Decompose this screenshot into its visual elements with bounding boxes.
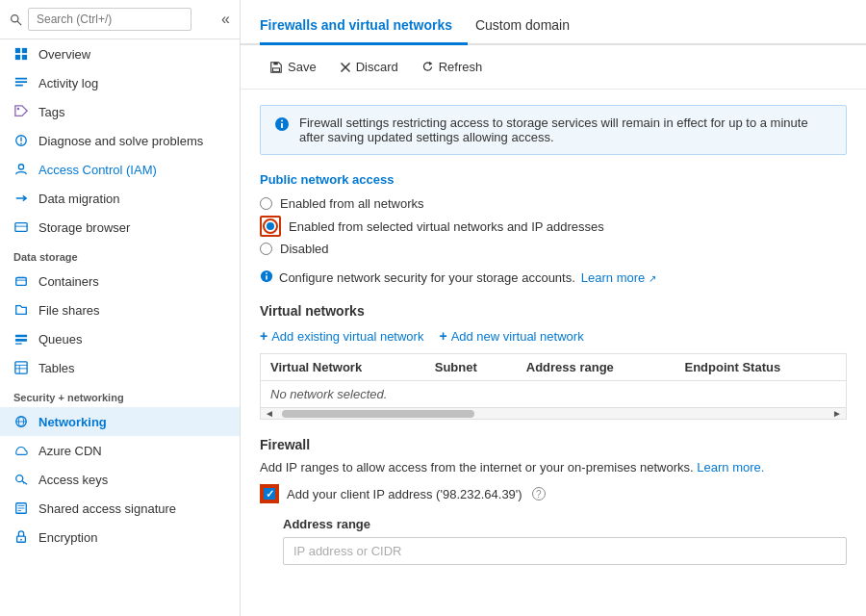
- svg-rect-23: [15, 343, 22, 344]
- refresh-label: Refresh: [439, 60, 483, 74]
- storage-browser-icon: [13, 219, 29, 235]
- plus-icon-new: +: [439, 328, 446, 344]
- radio-all-networks[interactable]: [260, 197, 272, 210]
- tables-icon: [13, 360, 29, 375]
- sidebar-item-label: Diagnose and solve problems: [38, 134, 203, 148]
- radio-option-disabled[interactable]: Disabled: [260, 242, 847, 256]
- radio-option-selected-networks[interactable]: Enabled from selected virtual networks a…: [260, 216, 847, 237]
- scroll-right-arrow[interactable]: ►: [828, 408, 846, 419]
- svg-point-50: [266, 272, 267, 274]
- save-icon: [269, 61, 283, 74]
- svg-rect-6: [15, 78, 27, 80]
- sidebar-item-label: Access Control (IAM): [38, 163, 157, 177]
- plus-icon-existing: +: [260, 328, 267, 344]
- search-icon: [10, 13, 22, 26]
- svg-rect-40: [273, 62, 277, 64]
- data-storage-section-label: Data storage: [0, 242, 240, 267]
- add-existing-vnet-button[interactable]: + Add existing virtual network: [260, 328, 423, 344]
- sidebar-item-networking[interactable]: Networking: [0, 407, 240, 436]
- access-keys-icon: [13, 472, 29, 487]
- learn-more-link[interactable]: Learn more ↗: [581, 270, 656, 285]
- sidebar-item-label: Queues: [38, 332, 83, 346]
- sidebar-item-diagnose[interactable]: Diagnose and solve problems: [0, 126, 240, 155]
- firewall-description: Add IP ranges to allow access from the i…: [260, 460, 847, 475]
- svg-rect-22: [15, 339, 27, 342]
- sidebar-item-activity-log[interactable]: Activity log: [0, 68, 240, 97]
- sidebar-item-label: Overview: [38, 47, 90, 62]
- vnet-actions: + Add existing virtual network + Add new…: [260, 328, 847, 344]
- sidebar-item-data-migration[interactable]: Data migration: [0, 184, 240, 213]
- vnet-table: Virtual Network Subnet Address range End…: [261, 354, 846, 407]
- col-endpoint-status: Endpoint Status: [675, 354, 846, 381]
- sidebar-item-tables[interactable]: Tables: [0, 353, 240, 382]
- sidebar-item-label: Access keys: [38, 473, 108, 487]
- firewall-learn-more-link[interactable]: Learn more.: [697, 460, 764, 475]
- public-network-access-title: Public network access: [260, 172, 847, 187]
- svg-rect-24: [15, 362, 27, 373]
- save-label: Save: [288, 60, 317, 74]
- sidebar-item-label: Containers: [38, 274, 99, 289]
- search-input[interactable]: [28, 8, 191, 31]
- file-shares-icon: [13, 302, 29, 318]
- scroll-thumb[interactable]: [282, 410, 474, 418]
- discard-icon: [340, 62, 351, 73]
- svg-rect-41: [273, 67, 280, 71]
- address-range-input[interactable]: [283, 537, 847, 565]
- tab-custom-domain[interactable]: Custom domain: [475, 10, 585, 45]
- info-banner-text: Firewall settings restricting access to …: [299, 116, 832, 144]
- tooltip-icon[interactable]: ?: [532, 487, 546, 500]
- sidebar-collapse-button[interactable]: «: [221, 11, 230, 28]
- radio-label-disabled: Disabled: [280, 242, 329, 256]
- col-virtual-network: Virtual Network: [261, 354, 425, 381]
- sidebar-item-sas[interactable]: Shared access signature: [0, 494, 240, 523]
- tags-icon: [13, 104, 29, 119]
- radio-label-selected-networks: Enabled from selected virtual networks a…: [289, 219, 604, 234]
- svg-rect-21: [15, 335, 27, 338]
- radio-label-all-networks: Enabled from all networks: [280, 196, 424, 211]
- sidebar-item-containers[interactable]: Containers: [0, 267, 240, 295]
- svg-line-1: [17, 21, 21, 25]
- col-address-range: Address range: [517, 354, 675, 381]
- svg-rect-7: [15, 81, 27, 83]
- access-control-icon: [13, 162, 29, 177]
- sidebar-item-label: Storage browser: [38, 220, 130, 235]
- save-button[interactable]: Save: [260, 55, 326, 79]
- radio-disabled[interactable]: [260, 243, 272, 255]
- sas-icon: [13, 500, 29, 516]
- sidebar-item-overview[interactable]: Overview: [0, 39, 240, 68]
- sidebar-item-storage-browser[interactable]: Storage browser: [0, 213, 240, 242]
- add-new-vnet-button[interactable]: + Add new virtual network: [439, 328, 583, 344]
- sidebar-item-file-shares[interactable]: File shares: [0, 295, 240, 324]
- overview-icon: [13, 46, 29, 62]
- sidebar-item-encryption[interactable]: Encryption: [0, 523, 240, 552]
- content-area: Firewall settings restricting access to …: [241, 90, 866, 616]
- refresh-button[interactable]: Refresh: [412, 55, 493, 79]
- radio-option-all-networks[interactable]: Enabled from all networks: [260, 196, 847, 211]
- refresh-icon: [421, 61, 434, 73]
- svg-line-32: [22, 481, 27, 485]
- sidebar-item-label: Tables: [38, 361, 75, 375]
- client-ip-label: Add your client IP address ('98.232.64.3…: [287, 487, 522, 501]
- scroll-left-arrow[interactable]: ◄: [261, 408, 278, 419]
- svg-rect-15: [15, 223, 27, 232]
- sidebar-item-queues[interactable]: Queues: [0, 324, 240, 353]
- tab-firewalls[interactable]: Firewalls and virtual networks: [260, 10, 468, 45]
- client-ip-checkbox-row[interactable]: ✓ Add your client IP address ('98.232.64…: [260, 484, 847, 503]
- sidebar-item-tags[interactable]: Tags: [0, 97, 240, 126]
- encryption-icon: [13, 529, 29, 545]
- client-ip-checkbox[interactable]: ✓: [262, 486, 277, 501]
- sidebar-item-label: Shared access signature: [38, 501, 176, 516]
- discard-label: Discard: [356, 60, 398, 74]
- col-subnet: Subnet: [425, 354, 517, 381]
- horizontal-scrollbar[interactable]: ◄ ►: [261, 407, 846, 419]
- no-network-row: No network selected.: [261, 381, 846, 408]
- check-mark: ✓: [266, 488, 274, 500]
- svg-rect-3: [22, 48, 27, 53]
- discard-button[interactable]: Discard: [330, 55, 408, 79]
- sidebar-item-access-control[interactable]: Access Control (IAM): [0, 155, 240, 184]
- sidebar-item-azure-cdn[interactable]: Azure CDN: [0, 436, 240, 465]
- external-link-icon: ↗: [649, 273, 656, 284]
- sidebar-item-access-keys[interactable]: Access keys: [0, 465, 240, 494]
- networking-icon: [13, 414, 29, 429]
- radio-selected-indicator: [263, 218, 278, 234]
